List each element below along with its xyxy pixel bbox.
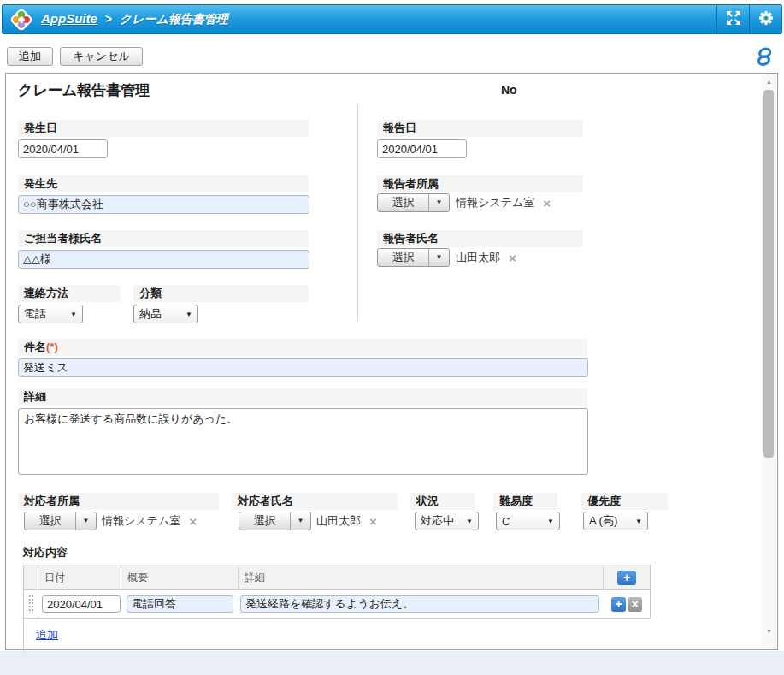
actions-column-header: +	[604, 565, 650, 589]
delete-row-button[interactable]: ×	[628, 597, 642, 612]
row-detail-input[interactable]	[240, 595, 599, 613]
gear-icon	[757, 9, 775, 30]
handler-dept-remove-icon[interactable]: ×	[189, 515, 197, 528]
reporter-dept-label: 報告者所属	[377, 175, 583, 192]
report-date-input[interactable]	[377, 139, 467, 158]
breadcrumb-page-title: クレーム報告書管理	[120, 12, 228, 26]
category-select[interactable]: 納品 ▼	[133, 305, 198, 323]
appsuite-rings-icon[interactable]	[754, 47, 775, 70]
handler-dept-label: 対応者所属	[18, 493, 219, 510]
status-select[interactable]: 対応中 ▼	[415, 512, 479, 530]
row-date-input[interactable]	[42, 595, 121, 613]
required-mark: (*)	[46, 340, 58, 353]
scrollbar-thumb[interactable]	[763, 90, 774, 458]
form-title: クレーム報告書管理	[18, 80, 150, 100]
reporter-dept-value: 情報システム室	[456, 195, 534, 210]
handler-dept-select-button[interactable]: 選択 ▼	[24, 512, 97, 530]
page-bottom-strip	[0, 651, 784, 675]
subject-label: 件名(*)	[18, 339, 587, 356]
occurrence-date-label: 発生日	[18, 120, 309, 137]
detail-textarea[interactable]: お客様に発送する商品数に誤りがあった。	[18, 408, 588, 475]
contact-method-dropdown-arrow-icon: ▼	[70, 311, 77, 318]
occurrence-company-label: 発生先	[18, 175, 309, 192]
toolbar: 追加 キャンセル	[7, 47, 777, 68]
response-table-header: 日付 概要 詳細 +	[24, 565, 650, 590]
column-divider	[357, 104, 358, 321]
settings-button[interactable]	[749, 5, 781, 33]
customer-name-label: ご担当者様氏名	[18, 230, 309, 247]
row-drag-handle[interactable]	[24, 590, 38, 618]
handler-name-select-button[interactable]: 選択 ▼	[239, 512, 311, 530]
reporter-name-select-button[interactable]: 選択 ▼	[377, 248, 450, 267]
reporter-name-dropdown-arrow-icon[interactable]: ▼	[428, 249, 449, 266]
difficulty-select[interactable]: C ▼	[496, 512, 560, 530]
reporter-name-value: 山田太郎	[456, 250, 500, 265]
response-table: 日付 概要 詳細 + + ×	[24, 565, 651, 619]
handler-name-label: 対応者氏名	[232, 493, 398, 510]
category-label: 分類	[133, 285, 309, 302]
status-dropdown-arrow-icon: ▼	[466, 518, 473, 525]
vertical-scrollbar[interactable]: ▲ ▼	[762, 74, 776, 648]
category-dropdown-arrow-icon: ▼	[186, 311, 192, 318]
table-row: + ×	[24, 590, 650, 618]
difficulty-label: 難易度	[493, 493, 557, 510]
handler-name-chosen: 山田太郎 ×	[316, 512, 377, 530]
app-window: AppSuite > クレーム報告書管理	[0, 0, 784, 675]
form-panel: クレーム報告書管理 No 発生日 報告日 発生先 報告者所属 選択 ▼ 情報シス…	[5, 73, 778, 650]
cancel-button[interactable]: キャンセル	[60, 47, 143, 66]
breadcrumb: AppSuite > クレーム報告書管理	[41, 11, 228, 27]
detail-label: 詳細	[18, 388, 587, 406]
response-section-label: 対応内容	[23, 545, 68, 560]
add-row-button[interactable]: +	[617, 571, 636, 585]
response-table-widget: 日付 概要 詳細 + + × 追加	[23, 565, 651, 653]
scroll-up-button[interactable]: ▲	[762, 75, 776, 89]
handler-name-value: 山田太郎	[316, 513, 361, 529]
handler-name-remove-icon[interactable]: ×	[369, 515, 377, 528]
column-header-date: 日付	[38, 565, 121, 589]
scroll-down-button[interactable]: ▼	[762, 625, 776, 638]
breadcrumb-separator: >	[105, 12, 112, 26]
handle-column-header	[24, 565, 38, 589]
reporter-name-remove-icon[interactable]: ×	[509, 252, 516, 264]
handler-dept-dropdown-arrow-icon[interactable]: ▼	[75, 512, 96, 530]
add-row-link[interactable]: 追加	[36, 627, 58, 642]
contact-method-select[interactable]: 電話 ▼	[18, 305, 83, 323]
row-summary-input[interactable]	[127, 595, 233, 613]
occurrence-date-input[interactable]	[18, 139, 108, 158]
customer-name-input[interactable]	[18, 250, 309, 269]
priority-label: 優先度	[581, 493, 668, 510]
fullscreen-button[interactable]	[716, 5, 749, 33]
status-label: 状況	[410, 493, 475, 510]
occurrence-company-input[interactable]	[18, 195, 309, 214]
drag-dots-icon	[28, 595, 34, 613]
reporter-dept-select-button[interactable]: 選択 ▼	[377, 193, 450, 212]
fullscreen-icon	[725, 9, 742, 30]
difficulty-dropdown-arrow-icon: ▼	[547, 518, 554, 525]
reporter-name-chosen: 山田太郎 ×	[456, 248, 516, 267]
handler-name-dropdown-arrow-icon[interactable]: ▼	[290, 512, 310, 530]
priority-select[interactable]: A (高) ▼	[583, 512, 648, 530]
reporter-dept-chosen: 情報システム室 ×	[456, 193, 551, 212]
app-header: AppSuite > クレーム報告書管理	[2, 4, 782, 34]
column-header-summary: 概要	[121, 565, 239, 589]
column-header-detail: 詳細	[239, 565, 604, 589]
reporter-dept-remove-icon[interactable]: ×	[543, 197, 551, 210]
breadcrumb-app-link[interactable]: AppSuite	[41, 11, 97, 26]
handler-dept-chosen: 情報システム室 ×	[102, 512, 197, 530]
appsuite-logo-icon	[9, 7, 34, 33]
record-no-label: No	[501, 83, 517, 97]
report-date-label: 報告日	[377, 120, 583, 137]
priority-dropdown-arrow-icon: ▼	[635, 518, 642, 525]
insert-row-button[interactable]: +	[611, 597, 626, 612]
reporter-dept-dropdown-arrow-icon[interactable]: ▼	[428, 194, 449, 211]
contact-method-label: 連絡方法	[18, 285, 121, 302]
add-button[interactable]: 追加	[7, 47, 53, 66]
reporter-name-label: 報告者氏名	[377, 230, 583, 247]
handler-dept-value: 情報システム室	[102, 513, 180, 529]
subject-input[interactable]	[18, 358, 588, 377]
